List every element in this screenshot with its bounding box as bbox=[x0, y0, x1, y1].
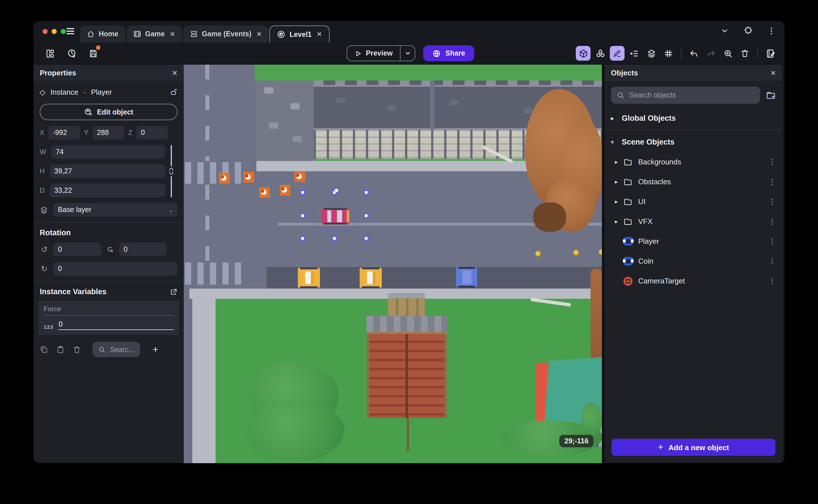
panels-layout-icon[interactable] bbox=[43, 46, 57, 61]
triangle-right-icon[interactable]: ▸ bbox=[615, 159, 621, 165]
h-field[interactable]: 39,27 bbox=[50, 164, 165, 178]
scene-tower[interactable] bbox=[366, 316, 447, 418]
object-menu-kebab-icon[interactable]: ⋮ bbox=[769, 217, 776, 226]
rotation-z-field[interactable]: 0 bbox=[53, 262, 177, 276]
tab-home[interactable]: Home bbox=[80, 26, 125, 43]
tab-level1[interactable]: Level1✕ bbox=[270, 26, 329, 43]
object-menu-kebab-icon[interactable]: ⋮ bbox=[769, 197, 776, 206]
scene-pickup[interactable] bbox=[259, 187, 270, 198]
scene-car-yellow[interactable] bbox=[298, 268, 320, 288]
object-menu-kebab-icon[interactable]: ⋮ bbox=[769, 257, 776, 265]
scene-pickup[interactable] bbox=[219, 173, 230, 184]
edit-pencil-icon[interactable] bbox=[610, 46, 625, 61]
object-item-ui[interactable]: ▸UI⋮ bbox=[605, 192, 782, 211]
share-button[interactable]: Share bbox=[424, 45, 475, 61]
scene-objects-section[interactable]: ▾ Scene Objects bbox=[605, 132, 782, 152]
y-field[interactable]: 288 bbox=[92, 126, 124, 139]
triangle-right-icon[interactable]: ▸ bbox=[615, 198, 621, 205]
object-item-vfx[interactable]: ▸VFX⋮ bbox=[605, 211, 782, 231]
x-field[interactable]: -992 bbox=[48, 126, 80, 139]
save-icon[interactable] bbox=[86, 46, 100, 61]
selection-handle[interactable] bbox=[363, 190, 369, 195]
scene-coin[interactable] bbox=[535, 251, 541, 257]
close-tab-icon[interactable]: ✕ bbox=[170, 30, 175, 38]
rotation-y-field[interactable]: 0 bbox=[119, 243, 167, 256]
selection-handle[interactable] bbox=[300, 236, 305, 241]
variable-name[interactable]: Force bbox=[44, 305, 174, 316]
close-icon[interactable]: ✕ bbox=[172, 69, 177, 77]
object-menu-kebab-icon[interactable]: ⋮ bbox=[769, 277, 776, 285]
zoom-in-icon[interactable] bbox=[720, 46, 735, 61]
scene-car-blue[interactable] bbox=[456, 267, 477, 287]
browser-menu-kebab-icon[interactable]: ⋮ bbox=[768, 26, 775, 35]
rotation-x-field[interactable]: 0 bbox=[53, 243, 101, 256]
tab-game[interactable]: Game✕ bbox=[126, 26, 182, 43]
scene-pickup[interactable] bbox=[280, 185, 290, 196]
object-menu-kebab-icon[interactable]: ⋮ bbox=[769, 158, 776, 166]
instances-list-icon[interactable] bbox=[627, 46, 642, 61]
scene-coin[interactable] bbox=[573, 249, 579, 256]
scene-coin[interactable] bbox=[599, 249, 602, 255]
delete-variable-icon[interactable] bbox=[73, 345, 81, 354]
layer-select[interactable]: Base layer ⌄ bbox=[53, 203, 177, 217]
scene-tree-green[interactable] bbox=[247, 401, 344, 461]
object-menu-kebab-icon[interactable]: ⋮ bbox=[769, 237, 776, 245]
object-item-player[interactable]: Player⋮ bbox=[605, 231, 782, 251]
global-objects-section[interactable]: ▸ Global Objects bbox=[605, 108, 782, 128]
add-folder-icon[interactable] bbox=[766, 90, 776, 100]
add-variable-button[interactable]: + bbox=[153, 344, 158, 355]
triangle-right-icon[interactable]: ▸ bbox=[615, 218, 621, 225]
main-menu-icon[interactable] bbox=[65, 26, 75, 36]
copy-icon[interactable] bbox=[40, 345, 48, 354]
scene-pickup[interactable] bbox=[294, 171, 305, 182]
selection-handle[interactable] bbox=[363, 213, 369, 218]
object-menu-kebab-icon[interactable]: ⋮ bbox=[769, 177, 776, 186]
undo-icon[interactable] bbox=[686, 46, 701, 61]
unlock-icon[interactable] bbox=[170, 88, 177, 96]
w-field[interactable]: 74 bbox=[51, 145, 165, 159]
object-item-obstacles[interactable]: ▸Obstacles⋮ bbox=[605, 172, 782, 192]
edit-object-button[interactable]: 3D Edit object bbox=[40, 104, 177, 120]
history-icon[interactable] bbox=[64, 46, 79, 61]
object-item-cameratarget[interactable]: CameraTarget⋮ bbox=[605, 271, 782, 291]
selection-handle[interactable] bbox=[363, 236, 369, 241]
selection-handle[interactable] bbox=[300, 190, 305, 195]
objects-search-input[interactable]: Search objects bbox=[611, 87, 760, 104]
layers-icon[interactable] bbox=[644, 46, 659, 61]
toggle-3d-view-icon[interactable] bbox=[576, 46, 591, 61]
add-new-object-button[interactable]: + Add a new object bbox=[612, 439, 775, 456]
variables-search-input[interactable]: Searc... bbox=[92, 342, 140, 357]
object-item-backgrounds[interactable]: ▸Backgrounds⋮ bbox=[605, 152, 782, 172]
scene-canvas[interactable]: 29;-116 bbox=[184, 65, 602, 463]
preview-button[interactable]: Preview bbox=[347, 46, 400, 61]
scene-car-yellow[interactable] bbox=[360, 268, 382, 288]
close-window-button[interactable] bbox=[43, 29, 48, 34]
minimize-window-button[interactable] bbox=[52, 29, 57, 34]
external-link-icon[interactable] bbox=[170, 288, 177, 296]
close-icon[interactable]: ✕ bbox=[770, 69, 776, 77]
close-tab-icon[interactable]: ✕ bbox=[317, 31, 322, 38]
variable-value-field[interactable]: 0 bbox=[58, 320, 174, 330]
scene-tree-green[interactable] bbox=[581, 403, 602, 440]
grid-icon[interactable] bbox=[661, 46, 676, 61]
preview-options-button[interactable] bbox=[400, 46, 415, 61]
extensions-puzzle-icon[interactable] bbox=[744, 26, 753, 35]
objects-blocks-icon[interactable] bbox=[593, 46, 608, 61]
redo-icon[interactable] bbox=[703, 46, 718, 61]
object-item-coin[interactable]: Coin⋮ bbox=[605, 251, 782, 271]
close-tab-icon[interactable]: ✕ bbox=[256, 30, 261, 38]
selection-handle[interactable] bbox=[300, 213, 305, 218]
tab-game-events-[interactable]: Game (Events)✕ bbox=[183, 26, 268, 43]
z-field[interactable]: 0 bbox=[136, 126, 168, 139]
selection-handle[interactable] bbox=[332, 236, 337, 241]
trash-icon[interactable] bbox=[737, 46, 752, 61]
d-field[interactable]: 33,22 bbox=[50, 184, 165, 197]
rotation-handle[interactable] bbox=[334, 188, 339, 193]
paste-icon[interactable] bbox=[56, 345, 65, 354]
window-controls[interactable] bbox=[43, 29, 66, 34]
scene-properties-icon[interactable] bbox=[763, 46, 778, 61]
chevron-down-icon[interactable] bbox=[720, 26, 729, 35]
scene-pickup[interactable] bbox=[243, 172, 254, 183]
lock-ratio-control[interactable] bbox=[165, 145, 177, 203]
triangle-right-icon[interactable]: ▸ bbox=[615, 179, 621, 185]
